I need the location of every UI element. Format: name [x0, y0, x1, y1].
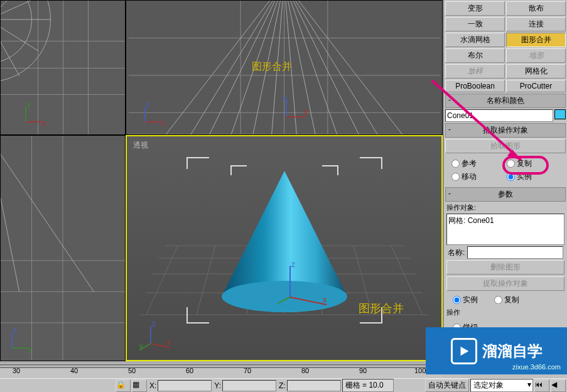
- collapse-icon: -: [448, 189, 451, 198]
- object-color-swatch[interactable]: [554, 109, 566, 119]
- object-gizmo: z y: [280, 95, 308, 123]
- timeline-ticks: 30 40 50 60 70 80 90 100: [0, 367, 443, 377]
- extract-copy-radio[interactable]: [494, 296, 502, 304]
- viewport-top[interactable]: y x: [0, 0, 126, 135]
- morph-button[interactable]: 变形: [445, 1, 505, 16]
- playback-prev-button[interactable]: ⏮: [534, 379, 549, 392]
- annotation-arrow: [427, 75, 534, 170]
- scatter-button[interactable]: 散布: [506, 1, 566, 16]
- viewport-perspective[interactable]: 透视: [126, 135, 443, 361]
- list-item[interactable]: 网格: Cone01: [448, 215, 563, 226]
- operands-listbox[interactable]: 网格: Cone01: [446, 214, 564, 245]
- svg-line-5: [0, 0, 32, 19]
- transform-type-button[interactable]: ▦: [132, 379, 147, 392]
- connect-button[interactable]: 连接: [506, 17, 566, 31]
- svg-text:x: x: [323, 295, 327, 304]
- x-coord-input[interactable]: [158, 380, 212, 391]
- boolean-button[interactable]: 布尔: [445, 48, 505, 63]
- svg-line-55: [146, 246, 178, 315]
- status-bar: 🔒 ▦ X: Y: Z: 栅格 = 10.0 自动关键点 选定对象 ⏮ ◀: [0, 378, 567, 392]
- z-coord-input[interactable]: [287, 380, 341, 391]
- operation-label: 操作: [446, 308, 564, 317]
- svg-line-44: [1, 136, 19, 291]
- svg-text:x: x: [42, 119, 46, 128]
- svg-text:z: z: [146, 101, 150, 109]
- parameters-rollout[interactable]: - 参数: [445, 187, 566, 202]
- viewport-area: y x: [0, 0, 443, 361]
- playback-back-button[interactable]: ◀: [551, 379, 566, 392]
- y-coord-input[interactable]: [222, 380, 276, 391]
- viewport-label: 透视: [133, 140, 148, 151]
- svg-text:y: y: [304, 107, 308, 116]
- autokey-button[interactable]: 自动关键点: [425, 379, 469, 392]
- extract-operand-button[interactable]: 提取操作对象: [446, 276, 564, 291]
- conform-button[interactable]: 一致: [445, 17, 505, 31]
- svg-text:z: z: [152, 319, 156, 328]
- svg-text:z: z: [283, 95, 286, 102]
- svg-text:y: y: [27, 101, 31, 109]
- watermark: 溜溜自学 zixue.3d66.com: [426, 327, 567, 374]
- name-label: 名称:: [448, 248, 465, 258]
- viewport-overlay-text: 图形合并: [359, 301, 404, 316]
- axis-gizmo: z y: [6, 327, 33, 354]
- terrain-button[interactable]: 地形: [506, 48, 566, 63]
- svg-line-64: [290, 297, 327, 305]
- axis-gizmo: y x: [19, 101, 47, 128]
- svg-text:z: z: [291, 260, 295, 269]
- blobmesh-button[interactable]: 水滴网格: [445, 33, 505, 47]
- svg-text:x: x: [161, 119, 165, 128]
- delete-shape-button[interactable]: 删除图形: [446, 260, 564, 275]
- viewport-front[interactable]: 图形合并 z x z y: [126, 0, 443, 135]
- svg-text:y: y: [139, 342, 143, 351]
- lock-button[interactable]: 🔒: [116, 379, 131, 392]
- svg-line-65: [278, 297, 290, 310]
- grid-display: 栅格 = 10.0: [342, 379, 394, 392]
- svg-line-1: [0, 19, 38, 51]
- svg-marker-78: [460, 346, 468, 356]
- svg-text:x: x: [167, 338, 171, 347]
- operand-name-input[interactable]: [467, 246, 563, 259]
- viewport-left[interactable]: z y: [0, 135, 126, 361]
- svg-text:y: y: [28, 345, 32, 354]
- viewport-overlay-text: 图形合并: [252, 60, 292, 74]
- selection-dropdown[interactable]: 选定对象: [470, 379, 533, 392]
- axis-gizmo: z x y: [139, 318, 173, 352]
- axis-gizmo: z x: [139, 101, 166, 128]
- shapemerge-button[interactable]: 图形合并: [506, 33, 566, 47]
- operands-label: 操作对象:: [446, 203, 564, 212]
- move-radio[interactable]: [451, 173, 460, 181]
- command-panel: 变形 散布 一致 连接 水滴网格 图形合并 布尔 地形 放样 网格化 ProBo…: [443, 0, 567, 361]
- svg-line-4: [0, 0, 45, 19]
- object-gizmo[interactable]: z x y: [278, 259, 334, 316]
- svg-text:z: z: [13, 327, 17, 335]
- svg-line-2: [0, 19, 19, 76]
- extract-instance-radio[interactable]: [453, 296, 461, 304]
- play-icon: [451, 338, 477, 364]
- svg-line-75: [432, 80, 521, 160]
